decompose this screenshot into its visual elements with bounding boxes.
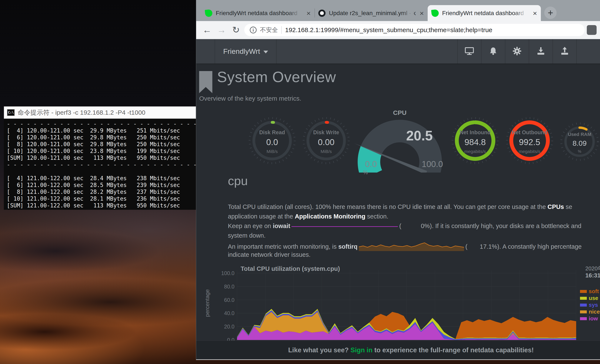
legend-item-soft[interactable]: soft	[580, 288, 599, 295]
chart-plot[interactable]: 0.020.040.060.080.0100.0	[199, 264, 600, 341]
description-line-4: system down.	[228, 232, 600, 242]
chart-time: 16:31:2	[585, 272, 600, 279]
legend-item-iow[interactable]: iow	[580, 315, 598, 322]
gauge-cpu[interactable]: CPU20.50.0100.0%	[354, 109, 446, 173]
terminal-line: - - - - - - - - - - - - - - - - - - - - …	[7, 121, 196, 127]
url-divider	[281, 26, 282, 34]
export-button[interactable]	[553, 39, 576, 64]
new-tab-button[interactable]: +	[544, 7, 557, 19]
legend-swatch-icon	[580, 310, 587, 313]
settings-button[interactable]	[505, 39, 529, 64]
svg-text:20.0: 20.0	[224, 324, 234, 329]
gear-icon	[512, 46, 522, 56]
description-line-2: application usage at the Applications Mo…	[228, 213, 600, 223]
gauge-value: 20.5	[406, 128, 433, 144]
legend-swatch-icon	[580, 290, 587, 293]
gauge-net-inbound[interactable]: Net Inbound984.8megabits/s	[450, 115, 501, 168]
chart-date: 2020年3	[585, 265, 600, 272]
chart-title: Total CPU utilization (system.cpu)	[241, 265, 340, 272]
reload-icon[interactable]: ↻	[230, 26, 242, 35]
svg-text:0.0: 0.0	[227, 337, 234, 341]
terminal-line: [ 6] 121.00-122.00 sec 28.5 MBytes 239 M…	[7, 182, 196, 188]
tab-title-fade	[515, 7, 527, 19]
extension-icon[interactable]	[587, 25, 597, 35]
export-icon	[560, 46, 569, 56]
description-line-6: indicate network driver issues.	[228, 251, 600, 261]
gauge-disk-read[interactable]: Disk Read0.0MiB/s	[247, 115, 298, 168]
section-heading-cpu: cpu	[228, 174, 248, 188]
browser-window: FriendlyWrt netdata dashboard × Update r…	[196, 0, 600, 360]
hostname-label: FriendlyWrt	[223, 47, 260, 56]
svg-text:80.0: 80.0	[224, 284, 234, 289]
terminal-line: [ 4] 120.00-121.00 sec 29.9 MBytes 251 M…	[7, 127, 196, 134]
browser-toolbar: ← → ↻ i 不安全 192.168.2.1:19999/#menu_syst…	[196, 21, 600, 39]
alarms-button[interactable]	[481, 39, 505, 64]
description-line-softirq: An important metric worth monitoring, is…	[228, 242, 600, 251]
gauge-used-ram[interactable]: Used RAM8.09%	[559, 121, 600, 164]
terminal-line: [ 6] 120.00-121.00 sec 29.8 MBytes 250 M…	[7, 134, 196, 141]
gauge-min: 0.0	[365, 159, 377, 169]
cpu-description: Total CPU utilization (all cores). 100% …	[228, 203, 600, 261]
tab-netdata-2-active[interactable]: FriendlyWrt netdata dashboard ×	[428, 5, 541, 21]
bookmark-icon	[199, 71, 212, 93]
url-text[interactable]: 192.168.2.1:19999/#menu_system_submenu_c…	[285, 26, 492, 34]
gauge-net-outbound[interactable]: Net Outbound992.5megabits/s	[504, 115, 555, 168]
monitor-icon	[464, 46, 474, 56]
address-bar[interactable]: i 不安全 192.168.2.1:19999/#menu_system_sub…	[244, 24, 585, 36]
sign-in-link[interactable]: Sign in	[350, 346, 372, 354]
svg-text:60.0: 60.0	[224, 297, 234, 303]
terminal-output: - - - - - - - - - - - - - - - - - - - - …	[4, 119, 196, 210]
terminal-line: [ 8] 121.00-122.00 sec 28.2 MBytes 237 M…	[7, 188, 196, 195]
tab-github[interactable]: Update r2s_lean_minimal.yml · k ×	[314, 5, 428, 21]
netdata-icon	[431, 9, 439, 17]
info-icon[interactable]: i	[250, 27, 257, 33]
page-subtitle: Overview of the key system metrics.	[199, 95, 301, 102]
legend-item-nice[interactable]: nice	[580, 308, 600, 315]
terminal-line: - - - - - - - - - - - - - - - - - - - - …	[7, 161, 196, 168]
terminal-titlebar[interactable]: C:\ 命令提示符 - iperf3 -c 192.168.1.2 -P4 -t…	[4, 106, 196, 119]
svg-text:100.0: 100.0	[221, 270, 234, 276]
page-title: System Overview	[217, 68, 336, 85]
tab-netdata-1[interactable]: FriendlyWrt netdata dashboard ×	[201, 5, 314, 21]
iowait-sparkline	[291, 223, 398, 230]
signin-banner: Like what you see? Sign in to experience…	[196, 341, 600, 359]
navbar-cut-button[interactable]	[576, 39, 600, 64]
legend-swatch-icon	[580, 317, 587, 320]
close-icon[interactable]: ×	[306, 9, 311, 17]
gauge-unit: %	[363, 169, 368, 176]
close-icon[interactable]: ×	[420, 9, 424, 17]
applications-monitoring-link[interactable]: Applications Monitoring	[295, 213, 365, 220]
gauge-disk-write[interactable]: Disk Write0.00MiB/s	[301, 115, 352, 168]
legend-swatch-icon	[580, 304, 587, 307]
nodes-view-button[interactable]	[457, 39, 481, 64]
cmd-icon: C:\	[7, 109, 15, 116]
legend-item-sys[interactable]: sys	[580, 302, 598, 308]
back-icon[interactable]: ←	[201, 26, 213, 35]
security-label: 不安全	[260, 26, 278, 34]
legend-item-use[interactable]: use	[580, 295, 598, 301]
hostname-dropdown[interactable]: FriendlyWrt	[215, 39, 277, 64]
bell-icon	[488, 46, 498, 56]
terminal-line: [SUM] 120.00-121.00 sec 113 MBytes 950 M…	[7, 154, 196, 161]
close-icon[interactable]: ×	[533, 9, 537, 17]
description-line-1: Total CPU utilization (all cores). 100% …	[228, 203, 600, 213]
legend-swatch-icon	[580, 297, 587, 300]
gauge-label: CPU	[354, 109, 446, 116]
import-icon	[536, 46, 545, 56]
cpus-link[interactable]: CPUs	[547, 203, 564, 210]
import-button[interactable]	[529, 39, 553, 64]
chart-ylabel: percentage	[204, 284, 211, 322]
netdata-icon	[205, 9, 213, 17]
terminal-line: [SUM] 121.00-122.00 sec 113 MBytes 950 M…	[7, 202, 196, 209]
softirq-sparkline	[359, 242, 464, 251]
terminal-window[interactable]: C:\ 命令提示符 - iperf3 -c 192.168.1.2 -P4 -t…	[4, 106, 196, 210]
gauge-max: 100.0	[422, 159, 443, 169]
cpu-utilization-chart[interactable]: Total CPU utilization (system.cpu) perce…	[199, 264, 600, 341]
svg-text:40.0: 40.0	[224, 310, 234, 316]
terminal-line: [ 10] 121.00-122.00 sec 28.1 MBytes 236 …	[7, 195, 196, 202]
description-line-iowait: Keep an eye on iowait(0%). If it is cons…	[228, 223, 600, 232]
tab-title-fade	[401, 7, 414, 19]
tab-title-fade	[288, 7, 301, 19]
terminal-title: 命令提示符 - iperf3 -c 192.168.1.2 -P4 -t1000	[18, 108, 145, 117]
forward-icon[interactable]: →	[215, 26, 228, 35]
